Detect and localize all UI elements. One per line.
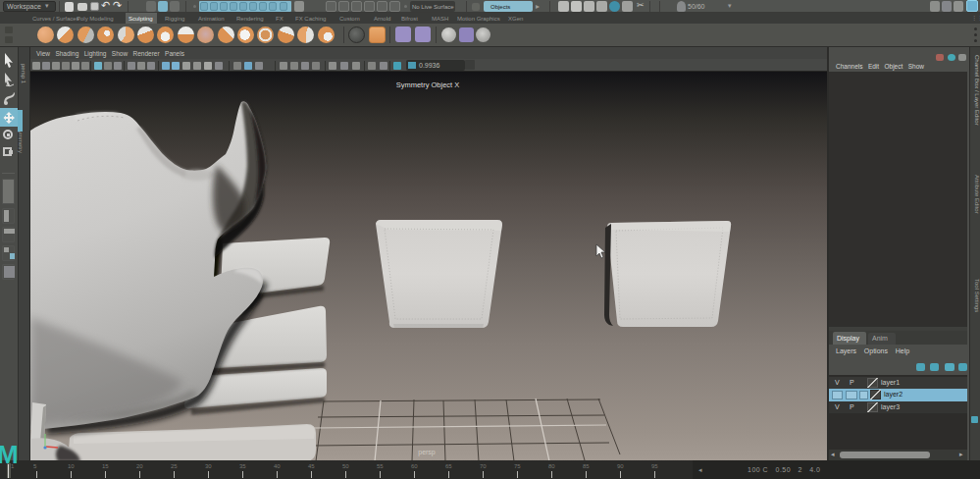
svg-text:persp: persp	[418, 449, 436, 456]
svg-text:Symmetry Object X: Symmetry Object X	[396, 80, 460, 89]
